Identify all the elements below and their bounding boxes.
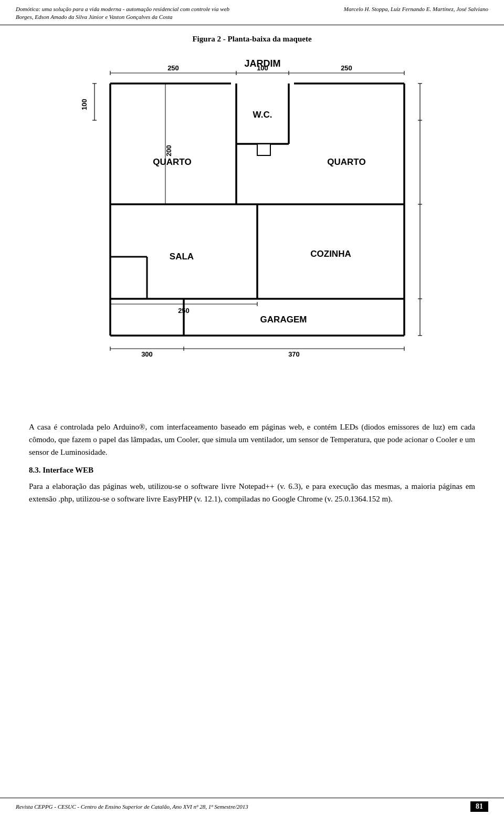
svg-text:250: 250 xyxy=(341,64,352,72)
floor-plan-container: 250 100 250 100 100 200 xyxy=(29,52,475,409)
svg-rect-16 xyxy=(257,144,270,155)
header-authors-right: Marcelo H. Stoppa, Luiz Fernando E. Mart… xyxy=(344,6,488,12)
svg-text:200: 200 xyxy=(165,145,173,156)
svg-text:250: 250 xyxy=(178,307,190,315)
svg-text:JARDIM: JARDIM xyxy=(244,58,280,69)
header-left: Domótica: uma solução para a vida modern… xyxy=(16,5,229,22)
page-content: Figura 2 - Planta-baixa da maquete xyxy=(0,25,504,522)
floor-plan-svg: 250 100 250 100 100 200 xyxy=(79,52,425,409)
figure-title: Figura 2 - Planta-baixa da maquete xyxy=(29,35,475,44)
section-heading: 8.3. Interface WEB xyxy=(29,466,475,475)
svg-text:QUARTO: QUARTO xyxy=(153,157,191,167)
svg-text:100: 100 xyxy=(80,99,88,110)
page-header: Domótica: uma solução para a vida modern… xyxy=(0,0,504,25)
svg-text:W.C.: W.C. xyxy=(253,110,272,120)
footer-journal-text: Revista CEPPG - CESUC - Centro de Ensino… xyxy=(16,803,248,810)
header-right: Marcelo H. Stoppa, Luiz Fernando E. Mart… xyxy=(344,5,488,13)
svg-text:370: 370 xyxy=(288,350,300,358)
header-authors-line2: Borges, Edson Amado da Silva Júnior e Va… xyxy=(16,14,173,20)
body-paragraph-2: Para a elaboração das páginas web, utili… xyxy=(29,480,475,505)
svg-text:300: 300 xyxy=(141,350,153,358)
svg-text:COZINHA: COZINHA xyxy=(310,249,351,259)
body-paragraph-1: A casa é controlada pelo Arduino®, com i… xyxy=(29,421,475,458)
svg-text:QUARTO: QUARTO xyxy=(327,157,365,167)
svg-text:GARAGEM: GARAGEM xyxy=(260,315,307,325)
page-footer: Revista CEPPG - CESUC - Centro de Ensino… xyxy=(0,798,504,815)
footer-page-number: 81 xyxy=(470,801,488,812)
svg-text:SALA: SALA xyxy=(170,252,194,262)
header-title-line1: Domótica: uma solução para a vida modern… xyxy=(16,6,229,12)
svg-text:250: 250 xyxy=(167,64,179,72)
